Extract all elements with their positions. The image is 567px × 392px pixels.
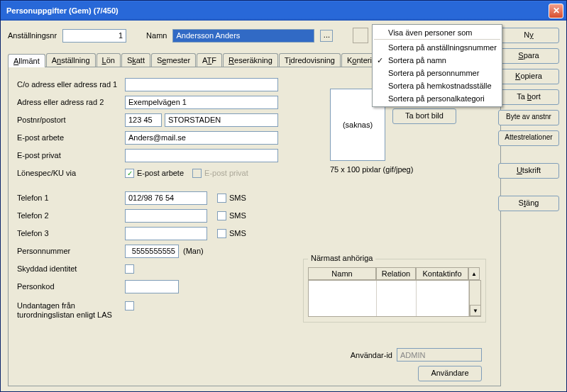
- sky-chk[interactable]: [125, 264, 134, 274]
- und-label: Undantagen från turordningslistan enligt…: [17, 301, 125, 320]
- adr-label: Adress eller adress rad 2: [17, 98, 125, 106]
- co-label: C/o adress eller adress rad 1: [17, 80, 125, 89]
- pnr-label: Postnr/postort: [17, 116, 125, 124]
- pk-input[interactable]: [125, 280, 179, 293]
- adr-input[interactable]: [125, 96, 278, 109]
- und-chk[interactable]: [125, 301, 134, 310]
- attest-button[interactable]: Attestrelationer: [498, 130, 559, 146]
- pnum-gender: (Man): [183, 247, 204, 255]
- kopiera-button[interactable]: Kopiera: [498, 69, 559, 84]
- tel1-sms-chk[interactable]: [217, 194, 226, 203]
- ny-button[interactable]: Ny: [498, 28, 559, 43]
- kin-title: Närmast anhöriga: [308, 254, 375, 262]
- tab-tidredovisning[interactable]: Tidredovisning: [279, 53, 341, 67]
- toolbar-button-1[interactable]: [353, 28, 368, 43]
- spara-button[interactable]: Spara: [498, 48, 559, 64]
- pnum-label: Personnummer: [17, 247, 125, 255]
- byte-button[interactable]: Byte av anstnr: [498, 110, 559, 125]
- lon-chk-privat: [192, 169, 202, 178]
- tel3-sms-label: SMS: [229, 229, 246, 237]
- kin-group: Närmast anhöriga Namn Relation Kontaktin…: [303, 259, 486, 323]
- epp-label: E-post privat: [17, 151, 125, 159]
- check-icon: ✓: [377, 56, 383, 65]
- menu-sort-hemkost[interactable]: Sortera på hemkostnadsställe: [374, 79, 500, 92]
- menu-sort-anstnr[interactable]: Sortera på anställningsnummer: [374, 41, 500, 54]
- namn-lookup-button[interactable]: ...: [320, 30, 333, 42]
- close-button[interactable]: ✕: [549, 4, 563, 18]
- epw-label: E-post arbete: [17, 133, 125, 142]
- kin-col-kontakt[interactable]: Kontaktinfo: [416, 267, 468, 280]
- co-input[interactable]: [125, 78, 278, 91]
- lon-chk-arbete-label: E-post arbete: [137, 169, 184, 177]
- epw-input[interactable]: [125, 131, 278, 145]
- namn-input[interactable]: [172, 29, 314, 43]
- tab-allmant[interactable]: Allmänt: [8, 54, 45, 67]
- tel1-input[interactable]: [125, 191, 207, 205]
- tel1-sms-label: SMS: [229, 194, 246, 202]
- tab-skatt[interactable]: Skatt: [121, 53, 150, 67]
- namn-label: Namn: [146, 31, 167, 40]
- tab-lon[interactable]: Lön: [97, 53, 121, 67]
- tabort-bild-button[interactable]: Ta bort bild: [392, 108, 456, 124]
- epp-input[interactable]: [125, 149, 278, 162]
- tab-content: C/o adress eller adress rad 1 Adress ell…: [8, 67, 501, 386]
- tab-semester[interactable]: Semester: [151, 53, 196, 67]
- tab-atf[interactable]: ATF: [197, 53, 222, 67]
- tab-anstallning[interactable]: Anställning: [46, 53, 96, 67]
- anvandare-button[interactable]: Användare: [418, 366, 482, 381]
- tabort-button[interactable]: Ta bort: [498, 89, 559, 105]
- anstnr-label: Anställningsnr: [8, 31, 57, 40]
- kin-col-namn[interactable]: Namn: [308, 267, 376, 280]
- ort-input[interactable]: [165, 113, 278, 127]
- sky-label: Skyddad identitet: [17, 264, 125, 273]
- kin-scroll-up[interactable]: ▲: [468, 267, 480, 280]
- pnum-input[interactable]: [125, 245, 179, 258]
- pk-label: Personkod: [17, 282, 125, 291]
- window-title: Personuppgifter (Gem) (7/450): [6, 6, 549, 15]
- menu-sort-kategori[interactable]: Sortera på personalkategori: [374, 92, 500, 105]
- tel2-input[interactable]: [125, 209, 207, 223]
- tel3-sms-chk[interactable]: [217, 229, 226, 238]
- lon-chk-privat-label: E-post privat: [204, 169, 248, 177]
- tel2-sms-chk[interactable]: [217, 211, 226, 220]
- menu-sort-namn[interactable]: ✓ Sortera på namn: [374, 54, 500, 67]
- tel3-input[interactable]: [125, 227, 207, 240]
- kin-scroll-down[interactable]: ▼: [470, 305, 481, 316]
- tel3-label: Telefon 3: [17, 229, 125, 237]
- anstnr-input[interactable]: [62, 29, 126, 43]
- image-size-label: 75 x 100 pixlar (gif/jpeg): [330, 165, 486, 174]
- user-label: Användar-id: [351, 351, 392, 359]
- user-input: [397, 348, 482, 362]
- tel1-label: Telefon 1: [17, 194, 125, 202]
- kin-col-relation[interactable]: Relation: [376, 267, 416, 280]
- titlebar: Personuppgifter (Gem) (7/450) ✕: [1, 1, 566, 21]
- kin-table-body[interactable]: ▼: [308, 280, 481, 317]
- sort-menu: Visa även personer som Sortera på anstäl…: [372, 24, 502, 107]
- tel2-label: Telefon 2: [17, 211, 125, 220]
- tel2-sms-label: SMS: [229, 211, 246, 220]
- utskrift-button[interactable]: Utskrift: [498, 163, 559, 179]
- pnr-input[interactable]: [125, 113, 162, 127]
- menu-header[interactable]: Visa även personer som: [374, 26, 500, 40]
- stang-button[interactable]: Stäng: [498, 196, 559, 211]
- lon-chk-arbete[interactable]: [125, 169, 134, 178]
- tab-reserakning[interactable]: Reseräkning: [223, 53, 278, 67]
- menu-sort-personnr[interactable]: Sortera på personnummer: [374, 67, 500, 79]
- lon-label: Lönespec/KU via: [17, 169, 125, 177]
